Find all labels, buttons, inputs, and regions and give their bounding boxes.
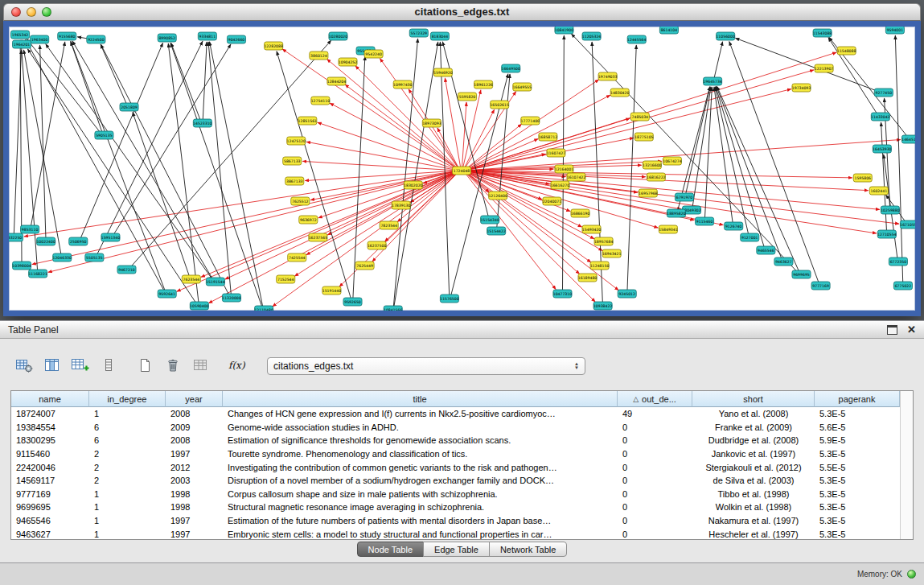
graph-node[interactable]: 19749033	[598, 72, 618, 80]
graph-node[interactable]: 5572329	[409, 29, 428, 37]
graph-node[interactable]: 16502615	[490, 101, 509, 109]
graph-node[interactable]: 5505135	[85, 253, 104, 262]
graph-node[interactable]: 14830420	[610, 89, 630, 97]
graph-node[interactable]: 12110480	[254, 306, 273, 311]
graph-node[interactable]: 12445564	[627, 35, 647, 43]
graph-node[interactable]: 7625512	[291, 197, 310, 205]
graph-node[interactable]: 6775022	[893, 282, 912, 290]
table-row[interactable]: 1872400712008Changes of HCN gene express…	[11, 407, 900, 421]
graph-node[interactable]: 7823544	[380, 221, 398, 229]
column-header-out_de[interactable]: △out_de...	[618, 391, 692, 407]
graph-node[interactable]: 9465546	[757, 246, 775, 254]
column-header-name[interactable]: name	[11, 391, 89, 407]
graph-node[interactable]: 16710552	[900, 220, 915, 229]
graph-node[interactable]: 9463627	[774, 257, 793, 266]
graph-node[interactable]: 1963400	[31, 35, 49, 43]
table-row[interactable]: 946362711997Embryonic stem cells: a mode…	[11, 527, 900, 539]
graph-node[interactable]: 10997430	[393, 80, 413, 89]
graph-node[interactable]: 9592641	[158, 290, 176, 298]
graph-node[interactable]: 7625449	[355, 262, 374, 270]
graph-node[interactable]: 16237565	[309, 233, 328, 241]
graph-node[interactable]: 9853110	[21, 225, 39, 233]
table-selector-combobox[interactable]: citations_edges.txt▲▼	[267, 357, 585, 375]
graph-node[interactable]: 11607427	[547, 149, 566, 157]
graph-node[interactable]: 1964201	[13, 40, 31, 48]
graph-node[interactable]: 10477310	[553, 290, 573, 298]
graph-node[interactable]: 12710554	[877, 230, 897, 238]
table-row[interactable]: 969969511998Structural magnetic resonanc…	[11, 501, 900, 514]
graph-node[interactable]: 12844204	[327, 77, 347, 85]
graph-node[interactable]: 10022400	[36, 237, 55, 245]
graph-node[interactable]: 16107422	[567, 173, 586, 181]
graph-node[interactable]: 11543088	[813, 29, 832, 37]
graph-node[interactable]: 3867133	[285, 177, 304, 185]
graph-node[interactable]: 9115460	[696, 217, 714, 225]
graph-node[interactable]: 9042660	[227, 35, 245, 43]
graph-node[interactable]: 18775105	[634, 133, 654, 141]
graph-node[interactable]: 9334811	[198, 32, 216, 40]
table-columns-button[interactable]	[41, 356, 64, 377]
graph-node[interactable]: 9832250	[9, 233, 23, 241]
graph-node[interactable]: 15951340	[101, 233, 121, 241]
graph-node[interactable]: 11205324	[582, 32, 602, 40]
graph-node[interactable]: 18957684	[594, 237, 614, 245]
graph-node[interactable]: 18973093	[422, 119, 441, 127]
graph-node[interactable]: 10841566	[384, 306, 403, 311]
graph-node[interactable]: 6791970	[675, 193, 693, 201]
graph-node[interactable]: 9277450	[874, 89, 893, 97]
graph-node[interactable]: 19645734	[703, 77, 722, 85]
table-add-row-button[interactable]	[69, 356, 92, 377]
graph-node[interactable]: 12164001	[555, 165, 574, 173]
graph-node[interactable]: 5905135	[95, 131, 113, 139]
graph-node[interactable]: 16649555	[513, 83, 532, 91]
graph-node[interactable]: 3860124	[310, 51, 328, 60]
graph-node[interactable]: 9467210	[117, 266, 136, 274]
column-header-year[interactable]: year	[166, 391, 223, 407]
tab-node-table[interactable]: Node Table	[357, 542, 424, 557]
table-row[interactable]: 1938455462009Genome-wide association stu…	[11, 421, 900, 435]
graph-node[interactable]: 11433042	[871, 113, 890, 121]
graph-node[interactable]: 11320000	[222, 294, 241, 302]
graph-node[interactable]: 1595806	[853, 174, 872, 182]
graph-node[interactable]: 7485034	[630, 113, 649, 121]
graph-node[interactable]: 11576500	[440, 295, 459, 303]
table-row[interactable]: 977716911998Corpus callosum shape and si…	[11, 488, 900, 501]
graph-node[interactable]: 12126400	[488, 192, 507, 200]
column-header-in_degree[interactable]: in_degree	[89, 391, 166, 407]
graph-node[interactable]: 8614104	[659, 27, 678, 34]
graph-node[interactable]: 9127001	[741, 233, 759, 241]
graph-node[interactable]: 9777169	[811, 282, 830, 290]
delete-button[interactable]	[162, 356, 184, 377]
graph-node[interactable]: 16816222	[647, 173, 666, 181]
graph-node[interactable]: 19734093	[792, 84, 811, 92]
graph-node[interactable]: 16858712	[539, 133, 558, 141]
graph-node[interactable]: 14523310	[193, 119, 212, 127]
graph-node[interactable]: 15154422	[487, 227, 506, 235]
graph-node[interactable]: 5867133	[283, 157, 302, 165]
table-settings-button[interactable]	[13, 356, 35, 377]
graph-node[interactable]: 15191544	[206, 278, 225, 286]
zoom-window-button[interactable]	[42, 7, 51, 17]
graph-node[interactable]: 1602441	[869, 187, 888, 195]
graph-node[interactable]: 7623544	[182, 275, 200, 283]
graph-node[interactable]: 12754110	[311, 97, 331, 105]
graph-node[interactable]: 11548088	[837, 47, 856, 55]
graph-node[interactable]: 18302020	[404, 181, 423, 189]
graph-node[interactable]: 9155680	[58, 32, 76, 40]
graph-node[interactable]: 14645122	[901, 135, 915, 143]
graph-node[interactable]: 12851561	[298, 117, 318, 125]
row-header-button[interactable]	[97, 356, 120, 377]
graph-node[interactable]: 15946920	[433, 68, 453, 76]
graph-node[interactable]: 15849341	[659, 225, 678, 233]
table-row[interactable]: 1456911722003Disruption of a novel membe…	[11, 474, 900, 488]
graph-node[interactable]: 10841900	[555, 27, 574, 34]
graph-node[interactable]: 8990852	[158, 34, 176, 42]
graph-node[interactable]: 22040071	[543, 197, 562, 205]
tab-edge-table[interactable]: Edge Table	[423, 542, 490, 557]
graph-node[interactable]: 9636972	[299, 216, 318, 224]
graph-node[interactable]: 15493420	[582, 225, 602, 233]
network-canvas[interactable]: 1965342196340019642019155680922450089908…	[3, 21, 921, 316]
graph-node[interactable]: 10904252	[339, 58, 358, 66]
graph-node[interactable]: 11248150	[590, 262, 610, 270]
graph-node[interactable]: 16957968	[639, 189, 658, 197]
